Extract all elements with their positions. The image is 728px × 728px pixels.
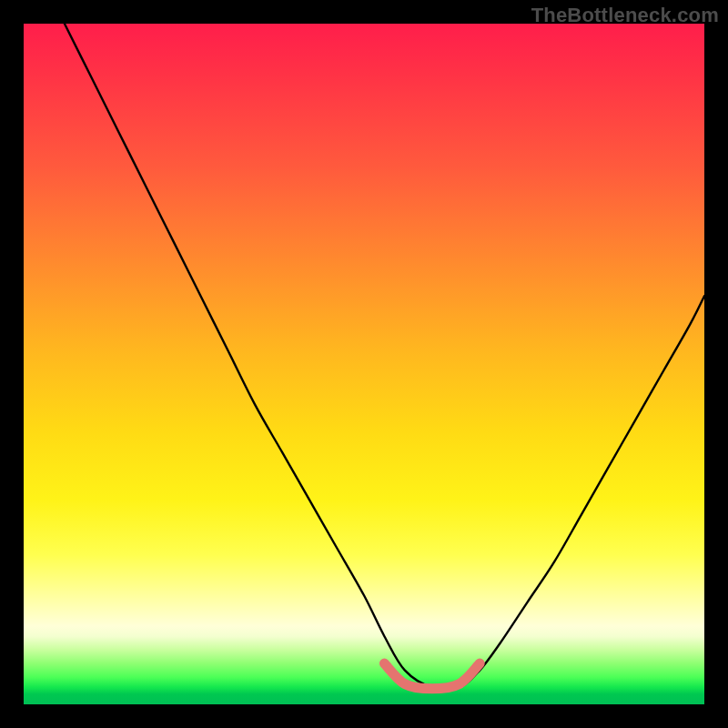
curve-layer [24, 24, 704, 704]
bottleneck-curve [65, 24, 704, 690]
plot-area [24, 24, 704, 704]
watermark-text: TheBottleneck.com [531, 4, 719, 27]
trough-highlight [384, 663, 480, 689]
chart-frame: TheBottleneck.com [0, 0, 728, 728]
